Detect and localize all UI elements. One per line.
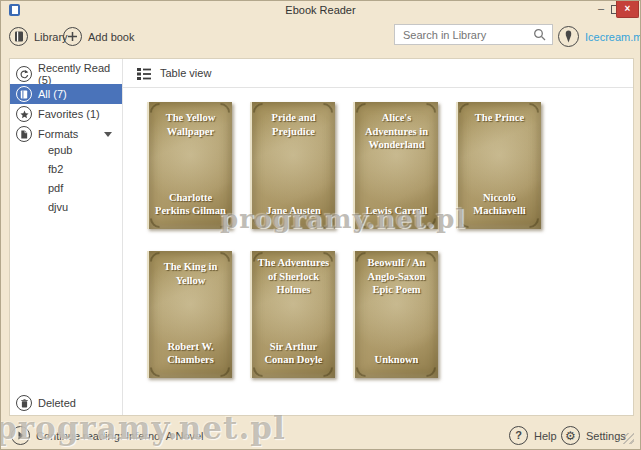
plus-icon [63, 27, 82, 46]
search-icon[interactable] [533, 28, 546, 41]
table-view-icon [137, 67, 151, 80]
title-bar: Ebook Reader – × [1, 1, 640, 19]
question-icon: ? [509, 426, 528, 445]
minimize-button[interactable]: – [595, 1, 607, 15]
sidebar-item-label: All (7) [38, 88, 67, 100]
file-icon [16, 126, 32, 142]
book-author: Unknown [358, 353, 435, 367]
sidebar-item-label: Recently Read (5) [38, 62, 122, 86]
book-author: Sir Arthur Conan Doyle [255, 340, 332, 367]
trash-icon [16, 395, 32, 411]
book-cover[interactable]: The Prince Niccolò Machiavelli [456, 102, 541, 229]
search-box [394, 24, 553, 45]
book-cover[interactable]: The King in Yellow Robert W. Chambers [147, 251, 232, 378]
sidebar-item-all[interactable]: All (7) [10, 84, 122, 104]
window-title: Ebook Reader [1, 4, 640, 16]
book-cover[interactable]: Beowulf / An Anglo-Saxon Epic Poem Unkno… [353, 251, 438, 378]
book-title: Alice's Adventures in Wonderland [358, 111, 435, 152]
icecream-me-link[interactable]: Icecream.me [558, 26, 641, 47]
continue-reading-label: Continue reading: Inferno: A Novel [36, 430, 204, 442]
book-title: The Prince [461, 111, 538, 125]
play-icon [11, 426, 30, 445]
settings-label: Settings [586, 430, 626, 442]
sidebar-format-djvu[interactable]: djvu [48, 197, 68, 216]
book-author: Charlotte Perkins Gilman [152, 191, 229, 218]
library-book-icon [9, 27, 28, 46]
sidebar-item-deleted[interactable]: Deleted [10, 393, 122, 413]
sidebar-format-pdf[interactable]: pdf [48, 178, 63, 197]
book-title: Pride and Prejudice [255, 111, 332, 138]
book-grid: The Yellow Wallpaper Charlotte Perkins G… [147, 102, 541, 378]
resize-grip-icon[interactable] [623, 433, 634, 444]
content-panel: Recently Read (5) All (7) Favorites (1) … [9, 58, 634, 416]
close-button[interactable]: × [616, 1, 639, 18]
recent-arrow-icon [16, 66, 32, 82]
book-title: The Adventures of Sherlock Holmes [255, 256, 332, 297]
sidebar-format-epub[interactable]: epub [48, 140, 72, 159]
continue-reading-button[interactable]: Continue reading: Inferno: A Novel [11, 426, 204, 445]
gear-icon: ⚙ [561, 426, 580, 445]
sidebar-item-label: Deleted [38, 397, 76, 409]
sidebar: Recently Read (5) All (7) Favorites (1) … [10, 59, 123, 415]
book-icon [16, 86, 32, 102]
sidebar-item-recently-read[interactable]: Recently Read (5) [10, 64, 122, 84]
table-view-label: Table view [160, 67, 211, 79]
help-label: Help [534, 430, 557, 442]
table-view-toggle[interactable]: Table view [123, 59, 633, 88]
sidebar-item-label: Formats [38, 128, 78, 140]
star-icon [16, 106, 32, 122]
icecream-cone-icon [558, 26, 579, 47]
app-window: Ebook Reader – × Library Add book [0, 0, 641, 450]
book-author: Lewis Carroll [358, 204, 435, 218]
library-button[interactable]: Library [9, 27, 68, 46]
help-button[interactable]: ? Help [509, 426, 557, 445]
book-author: Niccolò Machiavelli [461, 191, 538, 218]
toolbar: Library Add book Icecream.me [1, 19, 640, 57]
book-author: Robert W. Chambers [152, 340, 229, 367]
add-book-button-label: Add book [88, 31, 134, 43]
add-book-button[interactable]: Add book [63, 27, 134, 46]
search-input[interactable] [395, 29, 533, 41]
book-title: The King in Yellow [152, 260, 229, 287]
book-cover[interactable]: Pride and Prejudice Jane Austen [250, 102, 335, 229]
status-bar: Continue reading: Inferno: A Novel ? Hel… [1, 417, 640, 450]
sidebar-format-fb2[interactable]: fb2 [48, 159, 63, 178]
book-cover[interactable]: The Yellow Wallpaper Charlotte Perkins G… [147, 102, 232, 229]
sidebar-item-favorites[interactable]: Favorites (1) [10, 104, 122, 124]
chevron-down-icon [104, 132, 112, 137]
book-title: Beowulf / An Anglo-Saxon Epic Poem [358, 256, 435, 297]
book-title: The Yellow Wallpaper [152, 111, 229, 138]
book-cover[interactable]: Alice's Adventures in Wonderland Lewis C… [353, 102, 438, 229]
settings-button[interactable]: ⚙ Settings [561, 426, 626, 445]
book-cover[interactable]: The Adventures of Sherlock Holmes Sir Ar… [250, 251, 335, 378]
book-author: Jane Austen [255, 204, 332, 218]
icecream-me-label: Icecream.me [585, 31, 641, 43]
sidebar-item-label: Favorites (1) [38, 108, 100, 120]
